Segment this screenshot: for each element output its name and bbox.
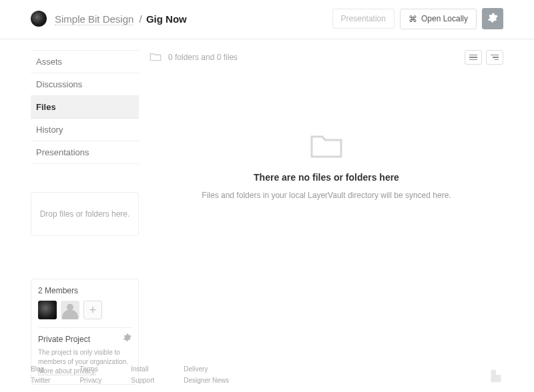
view-list-button[interactable] xyxy=(465,50,482,65)
privacy-text-body: The project is only visible to members o… xyxy=(38,349,128,365)
settings-button[interactable] xyxy=(482,8,503,29)
dropzone-text: Drop files or folders here. xyxy=(40,209,130,219)
footer-link-terms[interactable]: Terms xyxy=(79,365,101,373)
folder-count-text: 0 folders and 0 files xyxy=(168,53,238,62)
org-avatar[interactable] xyxy=(31,11,47,27)
presentation-button[interactable]: Presentation xyxy=(332,9,394,29)
folder-icon xyxy=(150,52,162,63)
sidebar-nav: Assets Discussions Files History Present… xyxy=(31,50,139,164)
main: 0 folders and 0 files There are no files… xyxy=(150,50,503,385)
footer-col: Install Support xyxy=(131,365,154,384)
folder-meta: 0 folders and 0 files xyxy=(150,52,238,63)
empty-state: There are no files or folders here Files… xyxy=(150,131,503,201)
presentation-label: Presentation xyxy=(341,14,386,23)
sidebar: Assets Discussions Files History Present… xyxy=(31,50,139,385)
footer: Blog Twitter Terms Privacy Install Suppo… xyxy=(31,365,503,384)
privacy-title: Private Project xyxy=(38,335,131,344)
add-member-button[interactable]: + xyxy=(83,301,102,319)
member-avatar[interactable] xyxy=(61,301,79,319)
empty-subtitle: Files and folders in your local LayerVau… xyxy=(150,189,503,201)
gear-icon xyxy=(487,13,498,25)
footer-link-support[interactable]: Support xyxy=(131,377,154,384)
sidebar-item-discussions[interactable]: Discussions xyxy=(31,73,139,96)
content: Assets Discussions Files History Present… xyxy=(0,39,534,385)
member-avatar[interactable] xyxy=(38,301,57,319)
header: Simple Bit Design / Gig Now Presentation… xyxy=(0,0,534,39)
footer-link-blog[interactable]: Blog xyxy=(31,365,50,373)
empty-folder-icon xyxy=(150,131,503,172)
privacy-settings-button[interactable] xyxy=(123,333,131,344)
footer-link-twitter[interactable]: Twitter xyxy=(31,377,50,384)
main-toolbar: 0 folders and 0 files xyxy=(150,50,503,65)
dropzone[interactable]: Drop files or folders here. xyxy=(31,192,139,236)
list-icon xyxy=(469,55,477,61)
sidebar-item-assets[interactable]: Assets xyxy=(31,51,139,73)
footer-col: Terms Privacy xyxy=(79,365,101,384)
tree-icon xyxy=(491,55,499,61)
command-icon: ⌘ xyxy=(409,14,417,24)
open-locally-label: Open Locally xyxy=(421,14,468,23)
footer-col: Blog Twitter xyxy=(31,365,50,384)
members-title: 2 Members xyxy=(38,286,131,295)
view-tree-button[interactable] xyxy=(486,50,503,65)
open-locally-button[interactable]: ⌘ Open Locally xyxy=(400,9,477,29)
breadcrumb: Simple Bit Design / Gig Now xyxy=(55,13,187,25)
footer-link-designer-news[interactable]: Designer News xyxy=(184,377,229,384)
members-row: + xyxy=(38,301,131,319)
breadcrumb-current: Gig Now xyxy=(146,13,187,25)
header-actions: Presentation ⌘ Open Locally xyxy=(332,8,503,29)
footer-logo-icon xyxy=(489,369,503,385)
view-toggle xyxy=(465,50,503,65)
sidebar-item-history[interactable]: History xyxy=(31,119,139,141)
breadcrumb-parent[interactable]: Simple Bit Design xyxy=(55,13,134,25)
breadcrumb-sep: / xyxy=(140,13,142,25)
sidebar-item-files[interactable]: Files xyxy=(31,96,139,119)
footer-link-install[interactable]: Install xyxy=(131,365,154,373)
footer-link-delivery[interactable]: Delivery xyxy=(184,365,229,373)
footer-link-privacy[interactable]: Privacy xyxy=(79,377,101,384)
sidebar-item-presentations[interactable]: Presentations xyxy=(31,141,139,164)
footer-col: Delivery Designer News xyxy=(184,365,229,384)
empty-title: There are no files or folders here xyxy=(150,172,503,183)
plus-icon: + xyxy=(89,303,97,317)
